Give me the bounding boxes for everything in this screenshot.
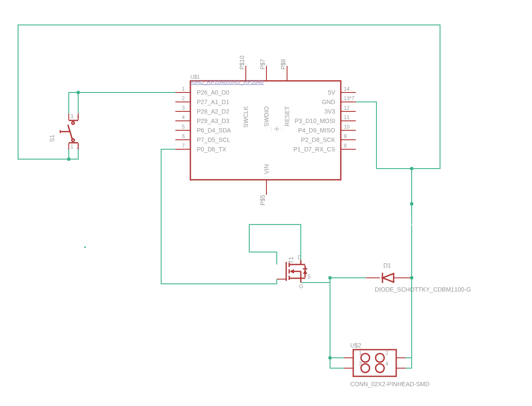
svg-point-112: [67, 157, 70, 161]
svg-text:P28_A2_D2: P28_A2_D2: [197, 108, 229, 115]
svg-text:P6_D4_SDA: P6_D4_SDA: [197, 127, 231, 134]
svg-text:12: 12: [344, 105, 350, 111]
svg-point-101: [376, 354, 384, 362]
svg-text:3: 3: [70, 114, 73, 120]
svg-text:RESET: RESET: [284, 106, 290, 126]
u1-ic: U$1 XIAO_RP2040XIAO_RP2040 1 P26_A0_D0 2…: [175, 55, 356, 206]
svg-text:3: 3: [182, 105, 185, 111]
svg-text:4: 4: [182, 114, 185, 120]
svg-point-102: [376, 364, 384, 372]
svg-text:P$10: P$10: [238, 55, 245, 70]
u1-bottom-pins: P$5 VIN: [259, 164, 270, 206]
svg-text:P3_D10_MOSI: P3_D10_MOSI: [295, 117, 335, 124]
svg-text:GND: GND: [322, 98, 335, 105]
u2-ref: U$2: [350, 342, 361, 349]
svg-point-70: [72, 139, 74, 141]
svg-text:P26_A0_D0: P26_A0_D0: [197, 89, 229, 96]
svg-text:7: 7: [182, 143, 185, 149]
svg-text:P7_D5_SCL: P7_D5_SCL: [197, 136, 230, 143]
svg-text:3V3: 3V3: [324, 108, 335, 115]
svg-text:G: G: [299, 283, 303, 289]
schematic-canvas: U$1 XIAO_RP2040XIAO_RP2040 1 P26_A0_D0 2…: [0, 0, 532, 406]
svg-text:10: 10: [344, 124, 350, 130]
svg-marker-96: [382, 274, 394, 282]
svg-text:13*7: 13*7: [344, 95, 355, 102]
u1-right-pins: 14 5V 13*7 GND 12 3V3 11 P3_D10_MOSI 10 …: [294, 86, 356, 153]
svg-text:P4_D9_MISO: P4_D9_MISO: [298, 127, 335, 134]
svg-text:P27_A1_D1: P27_A1_D1: [197, 98, 229, 105]
s1-switch: S1 1 2 3 4: [49, 114, 79, 150]
svg-text:1: 1: [182, 86, 185, 92]
svg-point-118: [328, 356, 332, 360]
u1-name: XIAO_RP2040XIAO_RP2040: [190, 79, 264, 85]
svg-text:9: 9: [344, 133, 347, 139]
svg-text:8: 8: [344, 143, 347, 149]
svg-point-69: [72, 122, 74, 124]
d1-name: DIODE_SCHOTTKY_CDBM1100-G: [375, 286, 471, 293]
svg-text:1: 1: [359, 350, 362, 356]
svg-text:P2_D8_SCK: P2_D8_SCK: [301, 136, 336, 143]
origin-cross-icon: [272, 126, 282, 132]
svg-marker-87: [290, 269, 294, 274]
nets: [18, 25, 440, 368]
svg-text:4: 4: [385, 361, 388, 367]
svg-text:P$5: P$5: [259, 195, 266, 206]
svg-text:2: 2: [182, 95, 185, 102]
svg-text:2: 2: [385, 350, 388, 356]
u1-top-pins: P$10 SWCLK P$7 SWDIO P$8 RESET: [238, 55, 290, 128]
svg-point-100: [361, 364, 370, 372]
svg-text:11: 11: [344, 114, 350, 120]
svg-text:VIN: VIN: [263, 164, 270, 174]
t1-ref: T1: [287, 256, 294, 264]
svg-text:P29_A3_D3: P29_A3_D3: [197, 117, 229, 124]
u2-name: CONN_02X2-PINHEAD-SMD: [350, 381, 429, 388]
svg-text:5: 5: [182, 124, 185, 130]
t1-mosfet: T1 D S G: [277, 255, 311, 289]
svg-text:3: 3: [359, 361, 362, 367]
svg-text:5V: 5V: [328, 89, 336, 96]
svg-point-99: [361, 354, 370, 362]
svg-text:S: S: [307, 274, 311, 280]
svg-text:P$8: P$8: [280, 59, 287, 70]
svg-text:SWDIO: SWDIO: [263, 106, 270, 127]
svg-text:6: 6: [182, 133, 185, 139]
svg-point-111: [76, 91, 80, 94]
d1-ref: D1: [383, 262, 391, 269]
svg-text:P1_D7_RX_CS: P1_D7_RX_CS: [294, 146, 335, 153]
svg-text:14: 14: [344, 86, 350, 92]
svg-text:P0_D6_TX: P0_D6_TX: [197, 146, 226, 153]
svg-point-116: [328, 276, 332, 280]
svg-text:P$7: P$7: [259, 59, 266, 70]
stray-dot: [84, 246, 86, 248]
u2-connector: U$2 CONN_02X2-PINHEAD-SMD 1 2 3 4: [344, 342, 429, 388]
svg-marker-83: [303, 270, 307, 274]
svg-text:1: 1: [70, 144, 73, 150]
svg-text:SWCLK: SWCLK: [242, 106, 249, 127]
u1-left-pins: 1 P26_A0_D0 2 P27_A1_D1 3 P28_A2_D2 4 P2…: [175, 86, 231, 153]
s1-ref: S1: [49, 135, 55, 142]
d1-diode: D1 DIODE_SCHOTTKY_CDBM1100-G: [366, 262, 471, 293]
